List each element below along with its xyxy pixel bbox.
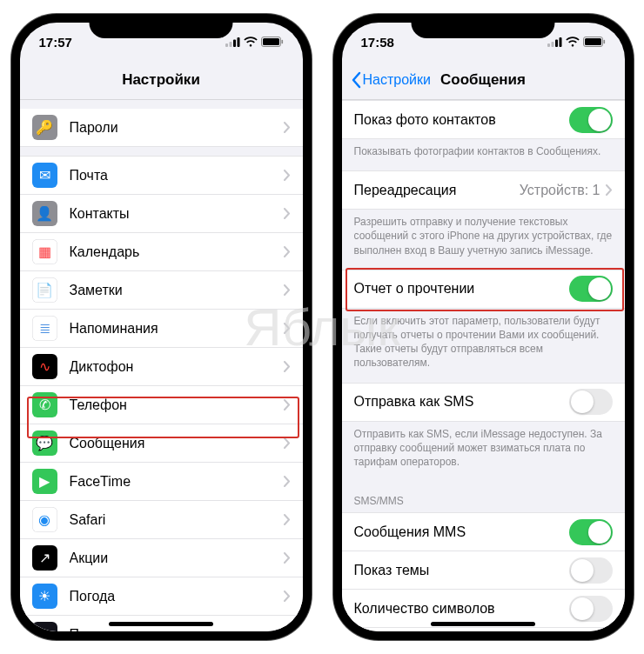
chevron-right-icon bbox=[284, 208, 291, 219]
chevron-right-icon bbox=[284, 629, 291, 631]
nav-title: Сообщения bbox=[440, 71, 526, 89]
row-value: Устройств: 1 bbox=[520, 183, 600, 198]
chevron-right-icon bbox=[284, 323, 291, 334]
chevron-right-icon bbox=[284, 476, 291, 487]
svg-rect-12 bbox=[585, 38, 601, 45]
messages-settings-list[interactable]: Показ фото контактовПоказывать фотографи… bbox=[342, 100, 625, 631]
settings-row[interactable]: Сообщения MMS bbox=[342, 512, 625, 551]
notch bbox=[90, 14, 233, 38]
section-footer: Если включить этот параметр, пользовател… bbox=[342, 309, 625, 383]
settings-row[interactable]: Отчет о прочтении bbox=[342, 270, 625, 309]
chevron-right-icon bbox=[284, 399, 291, 410]
settings-row-stocks[interactable]: ↗︎Акции bbox=[20, 539, 303, 577]
row-label: Показ темы bbox=[354, 563, 569, 578]
row-label: Напоминания bbox=[70, 321, 284, 337]
settings-row-reminders[interactable]: ≣Напоминания bbox=[20, 310, 303, 348]
settings-row-voice-memo[interactable]: ∿Диктофон bbox=[20, 348, 303, 386]
chevron-right-icon bbox=[284, 361, 291, 372]
nav-bar: Настройки bbox=[20, 61, 303, 100]
svg-rect-1 bbox=[229, 42, 231, 47]
row-label: Количество символов bbox=[354, 601, 569, 617]
phone-right: 17:58 Настройки Сообщения Показ фото кон… bbox=[333, 14, 634, 640]
section-header: SMS/MMS bbox=[342, 481, 625, 512]
chevron-right-icon bbox=[284, 170, 291, 181]
safari-icon: ◉ bbox=[32, 507, 57, 532]
weather-icon: ☀︎ bbox=[32, 584, 57, 609]
svg-rect-7 bbox=[547, 43, 550, 47]
stocks-icon: ↗︎ bbox=[32, 545, 57, 571]
settings-row-notes[interactable]: 📄Заметки bbox=[20, 271, 303, 310]
row-label: Акции bbox=[70, 551, 284, 566]
toggle-switch[interactable] bbox=[569, 389, 613, 415]
svg-rect-8 bbox=[551, 42, 553, 47]
row-label: Сообщения MMS bbox=[354, 524, 569, 540]
settings-row-facetime[interactable]: ▶︎FaceTime bbox=[20, 463, 303, 501]
row-label: Погода bbox=[70, 589, 284, 604]
settings-row[interactable]: Показ фото контактов bbox=[342, 100, 625, 139]
home-indicator[interactable] bbox=[431, 622, 535, 626]
back-label: Настройки bbox=[363, 72, 431, 88]
settings-row[interactable]: ПереадресацияУстройств: 1 bbox=[342, 170, 625, 210]
chevron-right-icon bbox=[284, 514, 291, 525]
toggle-switch[interactable] bbox=[569, 519, 613, 545]
toggle-switch[interactable] bbox=[569, 107, 613, 133]
settings-row-weather[interactable]: ☀︎Погода bbox=[20, 577, 303, 616]
row-label: Заметки bbox=[70, 283, 284, 298]
svg-rect-10 bbox=[559, 37, 561, 47]
row-label: Телефон bbox=[70, 397, 284, 413]
wifi-icon bbox=[566, 37, 580, 47]
chevron-right-icon bbox=[284, 284, 291, 296]
chevron-right-icon bbox=[284, 437, 291, 449]
row-label: Контакты bbox=[70, 206, 284, 222]
svg-rect-5 bbox=[263, 38, 279, 45]
svg-rect-13 bbox=[603, 40, 605, 44]
settings-row-key[interactable]: 🔑Пароли bbox=[20, 109, 303, 147]
settings-row[interactable]: Показ темы bbox=[342, 551, 625, 590]
settings-row-calendar[interactable]: ▦Календарь bbox=[20, 233, 303, 271]
settings-row-contacts[interactable]: 👤Контакты bbox=[20, 195, 303, 233]
svg-rect-6 bbox=[281, 40, 283, 44]
phone-icon: ✆ bbox=[32, 392, 57, 417]
toggle-switch[interactable] bbox=[569, 557, 613, 584]
nav-title: Настройки bbox=[122, 71, 200, 89]
phone-left: 17:57 Настройки 🔑Пароли✉︎Почта👤Контакты▦… bbox=[11, 14, 312, 640]
battery-icon bbox=[261, 37, 284, 47]
settings-row-messages[interactable]: 💬Сообщения bbox=[20, 424, 303, 463]
settings-row-phone[interactable]: ✆Телефон bbox=[20, 386, 303, 424]
section-footer: Показывать фотографии контактов в Сообще… bbox=[342, 139, 625, 170]
row-label: Почта bbox=[70, 168, 284, 184]
settings-list[interactable]: 🔑Пароли✉︎Почта👤Контакты▦Календарь📄Заметк… bbox=[20, 100, 303, 631]
back-button[interactable]: Настройки bbox=[351, 71, 431, 89]
row-label: FaceTime bbox=[70, 474, 284, 490]
settings-row[interactable]: Заблокированные контакты bbox=[342, 628, 625, 631]
row-label: Показ фото контактов bbox=[354, 112, 569, 128]
home-indicator[interactable] bbox=[109, 622, 213, 626]
calendar-icon: ▦ bbox=[32, 239, 57, 264]
chevron-right-icon bbox=[284, 591, 291, 602]
toggle-switch[interactable] bbox=[569, 276, 613, 302]
cellular-icon bbox=[225, 37, 240, 47]
svg-rect-0 bbox=[225, 43, 228, 47]
row-label: Пароли bbox=[70, 120, 284, 136]
chevron-left-icon bbox=[351, 71, 361, 89]
row-label: Календарь bbox=[70, 244, 284, 260]
row-label: Сообщения bbox=[70, 436, 284, 451]
svg-rect-2 bbox=[233, 39, 236, 47]
settings-row-safari[interactable]: ◉Safari bbox=[20, 501, 303, 539]
status-time: 17:57 bbox=[39, 35, 72, 50]
section-footer: Отправить как SMS, если iMessage недосту… bbox=[342, 422, 625, 482]
contacts-icon: 👤 bbox=[32, 201, 57, 226]
toggle-switch[interactable] bbox=[569, 596, 613, 622]
settings-row[interactable]: Отправка как SMS bbox=[342, 383, 625, 422]
battery-icon bbox=[583, 37, 606, 47]
status-time: 17:58 bbox=[361, 35, 394, 50]
row-label: Отчет о прочтении bbox=[354, 281, 569, 297]
messages-icon: 💬 bbox=[32, 430, 57, 456]
row-label: Safari bbox=[70, 512, 284, 528]
cellular-icon bbox=[547, 37, 562, 47]
row-label: Перевод bbox=[70, 627, 284, 632]
voice-memo-icon: ∿ bbox=[32, 354, 57, 379]
settings-row-mail[interactable]: ✉︎Почта bbox=[20, 156, 303, 195]
section-footer: Разрешить отправку и получение текстовых… bbox=[342, 210, 625, 270]
wifi-icon bbox=[244, 37, 258, 47]
